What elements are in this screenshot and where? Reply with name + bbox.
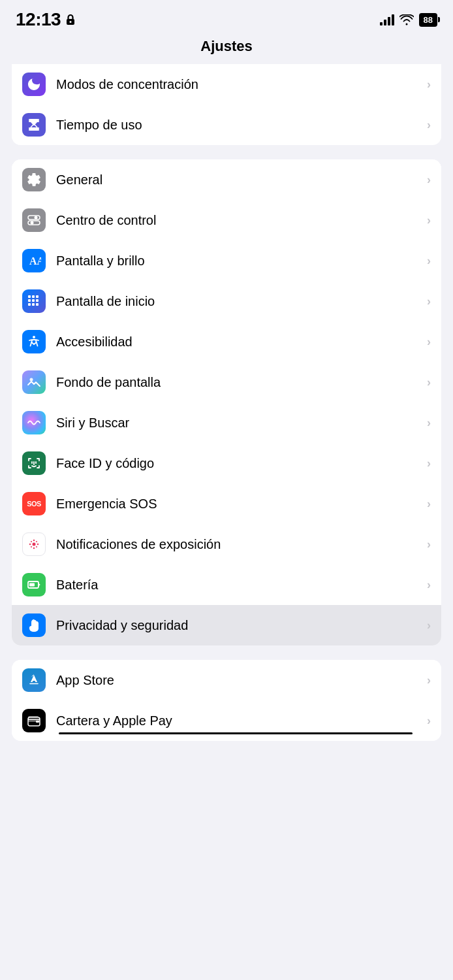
siri-wave-icon — [27, 416, 41, 430]
inicio-chevron: › — [427, 295, 431, 308]
exposicion-icon — [22, 532, 46, 556]
svg-point-33 — [36, 541, 37, 542]
status-time: 12:13 — [16, 9, 61, 30]
concentracion-label: Modos de concentración — [56, 77, 422, 92]
svg-rect-8 — [28, 216, 40, 220]
siri-icon — [22, 411, 46, 434]
svg-rect-21 — [36, 303, 39, 306]
accesibilidad-chevron: › — [427, 335, 431, 349]
svg-rect-1 — [70, 21, 72, 23]
general-label: General — [56, 172, 422, 188]
tiempo-chevron: › — [427, 118, 431, 132]
emergencia-label: Emergencia SOS — [56, 497, 422, 512]
svg-point-31 — [37, 544, 39, 545]
tiempo-icon — [22, 113, 46, 137]
exposicion-label: Notificaciones de exposición — [56, 537, 422, 552]
accessibility-icon — [27, 335, 41, 349]
settings-item-exposicion[interactable]: Notificaciones de exposición › — [12, 524, 441, 564]
svg-rect-20 — [32, 303, 35, 306]
emergencia-chevron: › — [427, 497, 431, 511]
svg-rect-41 — [36, 721, 39, 723]
centro-chevron: › — [427, 214, 431, 227]
svg-point-28 — [33, 540, 35, 541]
sos-text: SOS — [27, 500, 41, 508]
settings-item-emergencia[interactable]: SOS Emergencia SOS › — [12, 483, 441, 524]
svg-rect-13 — [28, 295, 31, 298]
svg-point-9 — [35, 216, 38, 220]
appstore-chevron: › — [427, 674, 431, 687]
signal-bars-icon — [380, 14, 394, 25]
svg-rect-14 — [32, 295, 35, 298]
svg-rect-3 — [29, 127, 39, 131]
settings-item-appstore[interactable]: App Store › — [12, 660, 441, 700]
inicio-icon — [22, 289, 46, 313]
bateria-icon — [22, 573, 46, 596]
bateria-label: Batería — [56, 578, 422, 593]
settings-item-accesibilidad[interactable]: Accesibilidad › — [12, 321, 441, 362]
svg-rect-10 — [28, 221, 40, 225]
lock-icon — [66, 14, 75, 25]
battery-settings-icon — [27, 578, 41, 592]
svg-point-27 — [33, 543, 36, 546]
settings-item-general[interactable]: General › — [12, 159, 441, 200]
privacidad-chevron: › — [427, 619, 431, 632]
svg-point-35 — [36, 546, 37, 547]
settings-item-concentracion[interactable]: Modos de concentración › — [12, 64, 441, 105]
svg-point-23 — [30, 378, 33, 382]
svg-rect-18 — [36, 299, 39, 302]
privacidad-label: Privacidad y seguridad — [56, 618, 422, 633]
wallpaper-icon — [27, 375, 41, 389]
settings-item-privacidad[interactable]: Privacidad y seguridad › — [12, 605, 441, 645]
svg-point-34 — [31, 546, 32, 547]
tiempo-label: Tiempo de uso — [56, 118, 422, 133]
wallet-icon — [27, 713, 41, 728]
svg-text:AA: AA — [29, 255, 41, 267]
wifi-icon — [399, 14, 414, 25]
settings-item-bateria[interactable]: Batería › — [12, 564, 441, 605]
settings-item-cartera[interactable]: Cartera y Apple Pay › — [12, 700, 441, 741]
pantalla-icon: AA — [22, 249, 46, 272]
svg-rect-2 — [29, 119, 39, 122]
hand-icon — [27, 618, 41, 632]
settings-item-fondo[interactable]: Fondo de pantalla › — [12, 362, 441, 402]
faceid-chevron: › — [427, 457, 431, 470]
status-icons: 88 — [380, 13, 437, 27]
settings-group-apps: App Store › Cartera y Apple Pay › — [12, 660, 441, 741]
bateria-chevron: › — [427, 578, 431, 592]
fondo-chevron: › — [427, 376, 431, 389]
top-group: Modos de concentración › Tiempo de uso › — [0, 64, 453, 159]
inicio-label: Pantalla de inicio — [56, 294, 422, 309]
face-id-icon — [27, 456, 41, 470]
settings-item-siri[interactable]: Siri y Buscar › — [12, 402, 441, 443]
svg-rect-16 — [28, 299, 31, 302]
status-bar: 12:13 88 — [0, 0, 453, 35]
fondo-icon — [22, 370, 46, 394]
moon-icon — [27, 77, 41, 91]
centro-icon — [22, 208, 46, 232]
svg-rect-15 — [36, 295, 39, 298]
svg-rect-19 — [28, 303, 31, 306]
settings-item-faceid[interactable]: Face ID y código › — [12, 443, 441, 483]
settings-item-pantalla[interactable]: AA Pantalla y brillo › — [12, 240, 441, 281]
fondo-label: Fondo de pantalla — [56, 375, 422, 390]
settings-item-inicio[interactable]: Pantalla de inicio › — [12, 281, 441, 321]
page-title: Ajustes — [0, 35, 453, 64]
settings-group-main: General › Centro de control › AA Pantall… — [12, 159, 441, 645]
svg-rect-37 — [29, 583, 35, 587]
privacidad-icon — [22, 613, 46, 637]
cartera-label: Cartera y Apple Pay — [56, 713, 422, 728]
home-screen-icon — [27, 294, 41, 308]
settings-item-tiempo[interactable]: Tiempo de uso › — [12, 105, 441, 145]
accesibilidad-label: Accesibilidad — [56, 335, 422, 350]
strikethrough-decoration — [59, 732, 413, 734]
toggles-icon — [27, 213, 41, 227]
app-store-logo-icon — [27, 673, 41, 687]
cartera-icon — [22, 709, 46, 732]
settings-item-centro[interactable]: Centro de control › — [12, 200, 441, 240]
svg-rect-17 — [32, 299, 35, 302]
svg-point-29 — [33, 547, 35, 549]
faceid-icon — [22, 451, 46, 475]
svg-point-30 — [29, 544, 31, 545]
exposicion-chevron: › — [427, 538, 431, 551]
siri-label: Siri y Buscar — [56, 416, 422, 431]
